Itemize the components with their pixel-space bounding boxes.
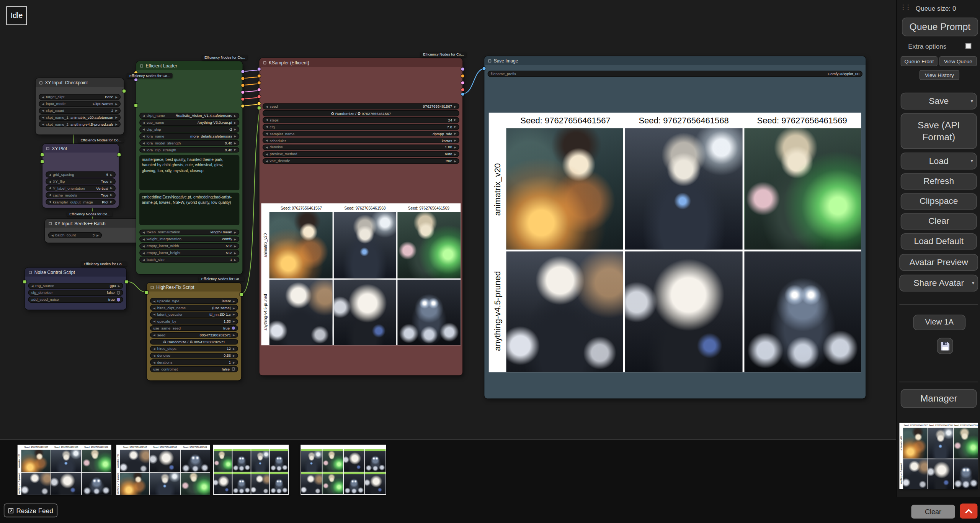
widget-hires_steps[interactable]: ◀hires_steps12▶ xyxy=(150,346,238,352)
resize-feed-button[interactable]: Resize Feed xyxy=(4,503,57,517)
decrement-arrow-icon[interactable]: ◀ xyxy=(153,347,155,350)
increment-arrow-icon[interactable]: ▶ xyxy=(234,251,236,254)
decrement-arrow-icon[interactable]: ◀ xyxy=(153,320,155,323)
widget-token_normalization[interactable]: ◀token_normalizationlength+mean▶ xyxy=(139,230,239,236)
decrement-arrow-icon[interactable]: ◀ xyxy=(153,361,155,364)
widget-rng_source[interactable]: ◀rng_sourcegpu▶ xyxy=(28,283,123,289)
increment-arrow-icon[interactable]: ▶ xyxy=(234,121,236,124)
input-slot-vae[interactable] xyxy=(258,95,261,98)
menu-drag-handle[interactable]: ⋮⋮ xyxy=(900,4,910,11)
decrement-arrow-icon[interactable]: ◀ xyxy=(42,109,44,112)
node-xy-input-checkpoint[interactable]: XY Input: Checkpoint ◀target_ckptBase▶◀i… xyxy=(36,78,124,134)
feed-thumbnail[interactable]: Seed: 97627656461567 Seed: 9762765646156… xyxy=(18,445,111,495)
view-queue-button[interactable]: View Queue xyxy=(939,56,977,66)
widget-preview_method[interactable]: ◀preview_methodauto▶ xyxy=(263,151,459,157)
input-slot-latent-image[interactable] xyxy=(258,88,261,91)
increment-arrow-icon[interactable]: ▶ xyxy=(110,173,113,176)
widget-seed[interactable]: ◀seed805473288282571▶ xyxy=(150,332,238,338)
increment-arrow-icon[interactable]: ▶ xyxy=(454,159,456,162)
queue-prompt-button[interactable]: Queue Prompt xyxy=(902,18,978,36)
decrement-arrow-icon[interactable]: ◀ xyxy=(49,187,51,190)
share-avatar-button[interactable]: Share Avatar ▾ xyxy=(899,275,978,292)
toggle-knob[interactable] xyxy=(116,298,120,301)
increment-arrow-icon[interactable]: ▶ xyxy=(115,102,118,105)
view-1a-button[interactable]: View 1A xyxy=(913,315,965,330)
node-save-image[interactable]: Save Image filename_prefixComfyUI/xyplot… xyxy=(484,56,866,398)
node-header[interactable]: Efficient Loader xyxy=(136,61,243,70)
view-history-button[interactable]: View History xyxy=(920,70,959,80)
decrement-arrow-icon[interactable]: ◀ xyxy=(266,125,268,128)
output-slot-vae[interactable] xyxy=(461,88,464,91)
collapse-feed-button[interactable] xyxy=(960,503,978,518)
increment-arrow-icon[interactable]: ▶ xyxy=(234,231,236,234)
clear-feed-button[interactable]: Clear xyxy=(911,505,955,519)
decrement-arrow-icon[interactable]: ◀ xyxy=(142,251,145,254)
widget-target_ckpt[interactable]: ◀target_ckptBase▶ xyxy=(39,94,121,100)
decrement-arrow-icon[interactable]: ◀ xyxy=(266,139,268,142)
decrement-arrow-icon[interactable]: ◀ xyxy=(49,200,51,203)
widget-clip_skip[interactable]: ◀clip_skip-2▶ xyxy=(139,126,239,133)
clipspace-button[interactable]: Clipspace xyxy=(901,193,977,209)
input-slot-model[interactable] xyxy=(258,67,261,70)
output-slot-vae[interactable] xyxy=(241,98,244,101)
widget-seed[interactable]: ◀seed97627656461567▶ xyxy=(263,103,459,110)
increment-arrow-icon[interactable]: ▶ xyxy=(115,95,118,98)
input-slot-script[interactable] xyxy=(134,104,137,107)
widget-grid_spacing[interactable]: ◀grid_spacing5▶ xyxy=(46,172,116,178)
input-slot-clip[interactable] xyxy=(258,102,261,105)
input-slot-script[interactable] xyxy=(145,291,148,294)
output-slot-script[interactable] xyxy=(125,280,128,283)
decrement-arrow-icon[interactable]: ◀ xyxy=(153,313,155,316)
decrement-arrow-icon[interactable]: ◀ xyxy=(266,146,268,149)
decrement-arrow-icon[interactable]: ◀ xyxy=(49,193,51,197)
collapse-icon[interactable] xyxy=(49,222,52,225)
increment-arrow-icon[interactable]: ▶ xyxy=(110,200,113,203)
output-slot-image[interactable] xyxy=(461,93,464,96)
collapse-icon[interactable] xyxy=(29,271,32,274)
output-slot-conditioning-negative[interactable] xyxy=(241,84,244,87)
save-button[interactable]: Save ▾ xyxy=(901,93,977,110)
increment-arrow-icon[interactable]: ▶ xyxy=(234,238,236,241)
node-header[interactable]: HighRes-Fix Script xyxy=(147,283,242,292)
input-slot-cnet-stack[interactable] xyxy=(134,78,137,81)
input-slot-y[interactable] xyxy=(41,160,44,163)
increment-arrow-icon[interactable]: ▶ xyxy=(115,109,118,112)
increment-arrow-icon[interactable]: ▶ xyxy=(234,114,236,117)
decrement-arrow-icon[interactable]: ◀ xyxy=(142,244,145,248)
input-slot-negative[interactable] xyxy=(258,81,261,84)
widget-add_seed_noise[interactable]: add_seed_noisetrue xyxy=(28,297,123,303)
widget-hires_ckpt_name[interactable]: ◀hires_ckpt_name(use same)▶ xyxy=(150,305,238,311)
decrement-arrow-icon[interactable]: ◀ xyxy=(142,128,145,131)
increment-arrow-icon[interactable]: ▶ xyxy=(233,354,235,357)
widget-batch_size[interactable]: ◀batch_size1▶ xyxy=(139,257,239,263)
node-header[interactable]: Noise Control Script xyxy=(25,268,126,277)
increment-arrow-icon[interactable]: ▶ xyxy=(234,141,236,144)
avatar-preview-button[interactable]: Avatar Preview xyxy=(899,254,978,271)
decrement-arrow-icon[interactable]: ◀ xyxy=(142,135,145,138)
output-slot-script[interactable] xyxy=(118,153,121,156)
node-xy-plot[interactable]: XY Plot ◀grid_spacing5▶◀XY_flipTrue▶◀Y_l… xyxy=(42,144,119,208)
widget-empty_latent_height[interactable]: ◀empty_latent_height512▶ xyxy=(139,250,239,256)
increment-arrow-icon[interactable]: ▶ xyxy=(115,123,118,126)
increment-arrow-icon[interactable]: ▶ xyxy=(118,284,120,287)
widget-XY_flip[interactable]: ◀XY_flipTrue▶ xyxy=(46,179,116,185)
increment-arrow-icon[interactable]: ▶ xyxy=(96,234,99,237)
increment-arrow-icon[interactable]: ▶ xyxy=(454,105,456,108)
dropdown-arrow-icon[interactable]: ▾ xyxy=(970,98,973,104)
load-default-button[interactable]: Load Default xyxy=(901,233,977,249)
node-header[interactable]: XY Input: Checkpoint xyxy=(36,78,124,87)
toggle-knob[interactable] xyxy=(116,291,120,295)
output-slot-clip[interactable] xyxy=(241,105,244,108)
widget-denoise[interactable]: ◀denoise0.56▶ xyxy=(150,352,238,359)
increment-arrow-icon[interactable]: ▶ xyxy=(233,306,235,309)
node-highres-fix-script[interactable]: HighRes-Fix Script ◀upscale_typelatent▶◀… xyxy=(147,283,242,380)
queue-front-button[interactable]: Queue Front xyxy=(901,56,938,66)
input-slot-x[interactable] xyxy=(41,153,44,156)
decrement-arrow-icon[interactable]: ◀ xyxy=(142,231,145,234)
feed-thumbnail[interactable] xyxy=(301,445,386,495)
node-header[interactable]: Save Image xyxy=(484,56,866,65)
decrement-arrow-icon[interactable]: ◀ xyxy=(49,173,51,176)
decrement-arrow-icon[interactable]: ◀ xyxy=(142,121,145,124)
menu-preview-thumbnail[interactable]: Seed: 97627656461567 Seed: 9762765646156… xyxy=(899,423,978,489)
save-api-format-button[interactable]: Save (API Format) xyxy=(901,113,977,149)
